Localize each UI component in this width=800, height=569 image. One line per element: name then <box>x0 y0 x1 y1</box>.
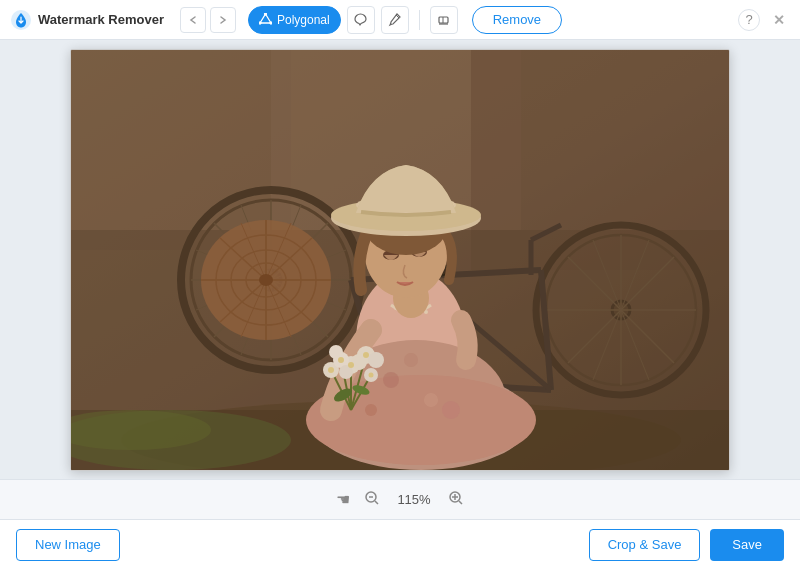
title-bar: Watermark Remover Polygonal <box>0 0 800 40</box>
svg-point-3 <box>270 22 272 24</box>
new-image-button[interactable]: New Image <box>16 529 120 561</box>
brush-tool-button[interactable] <box>381 6 409 34</box>
polygonal-tool-button[interactable]: Polygonal <box>248 6 341 34</box>
polygonal-tool-label: Polygonal <box>277 13 330 27</box>
app-logo <box>10 9 32 31</box>
eraser-tool-button[interactable] <box>430 6 458 34</box>
close-button[interactable]: ✕ <box>768 9 790 31</box>
lasso-tool-button[interactable] <box>347 6 375 34</box>
hand-tool-icon[interactable]: ☚ <box>336 490 350 509</box>
photo-image <box>71 50 730 470</box>
svg-line-104 <box>375 501 378 504</box>
zoom-out-icon[interactable] <box>364 490 380 510</box>
tool-separator <box>419 10 420 30</box>
zoom-in-icon[interactable] <box>448 490 464 510</box>
svg-line-108 <box>459 501 462 504</box>
remove-button[interactable]: Remove <box>472 6 562 34</box>
title-bar-right: ? ✕ <box>738 9 790 31</box>
crop-save-button[interactable]: Crop & Save <box>589 529 701 561</box>
action-bar: New Image Crop & Save Save <box>0 519 800 569</box>
back-button[interactable] <box>180 7 206 33</box>
right-actions: Crop & Save Save <box>589 529 784 561</box>
forward-button[interactable] <box>210 7 236 33</box>
help-button[interactable]: ? <box>738 9 760 31</box>
toolbar: Polygonal Remove <box>248 6 738 34</box>
save-button[interactable]: Save <box>710 529 784 561</box>
image-container[interactable] <box>70 49 730 471</box>
svg-rect-101 <box>71 50 730 470</box>
nav-buttons <box>180 7 236 33</box>
app-title: Watermark Remover <box>38 12 164 27</box>
svg-point-2 <box>264 13 266 15</box>
canvas-area <box>0 40 800 479</box>
svg-point-4 <box>259 22 261 24</box>
zoom-level: 115% <box>394 492 434 507</box>
status-bar: ☚ 115% <box>0 479 800 519</box>
